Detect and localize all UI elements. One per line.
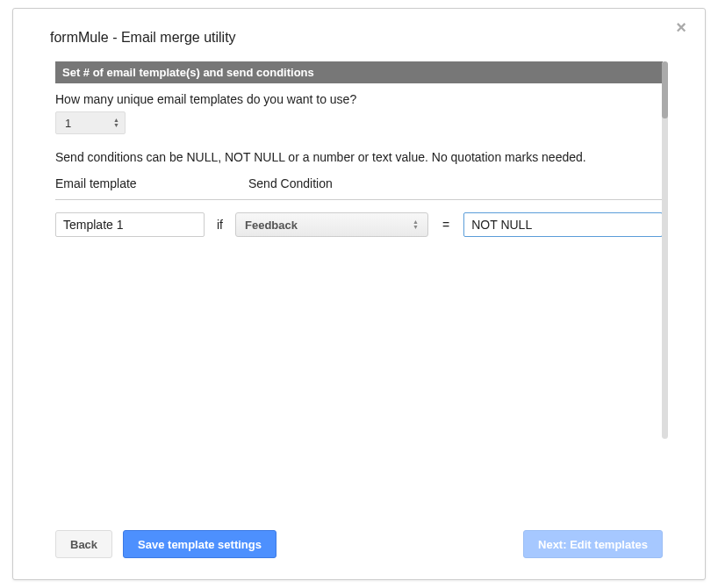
condition-value-input[interactable] [463, 212, 663, 237]
content-area: Set # of email template(s) and send cond… [55, 61, 663, 470]
column-headers: Email template Send Condition [55, 176, 663, 190]
button-row: Back Save template settings Next: Edit t… [55, 530, 663, 558]
back-button[interactable]: Back [55, 530, 112, 558]
template-row: if Feedback ▲▼ = [55, 212, 663, 237]
close-icon[interactable]: × [673, 19, 689, 35]
condition-hint: Send conditions can be NULL, NOT NULL or… [55, 150, 663, 164]
col-email-template: Email template [55, 176, 248, 190]
save-template-settings-button[interactable]: Save template settings [123, 530, 276, 558]
condition-field-select[interactable]: Feedback ▲▼ [235, 212, 428, 237]
scroll-area: Set # of email template(s) and send cond… [55, 61, 663, 470]
template-count-value: 1 [65, 117, 71, 130]
if-label: if [213, 218, 226, 232]
section-header: Set # of email template(s) and send cond… [55, 61, 663, 83]
condition-field-value: Feedback [245, 219, 298, 232]
col-send-condition: Send Condition [248, 176, 333, 190]
stepper-arrows-icon: ▲▼ [113, 118, 119, 128]
divider [55, 199, 663, 200]
select-arrows-icon: ▲▼ [413, 219, 419, 230]
next-edit-templates-button[interactable]: Next: Edit templates [523, 530, 663, 558]
dialog-container: × formMule - Email merge utility Set # o… [12, 8, 706, 580]
scrollbar[interactable] [662, 61, 668, 439]
equals-label: = [437, 218, 455, 232]
template-name-input[interactable] [55, 212, 205, 237]
dialog-title: formMule - Email merge utility [13, 9, 705, 61]
template-count-select[interactable]: 1 ▲▼ [55, 111, 126, 134]
template-count-question: How many unique email templates do you w… [55, 92, 663, 106]
scrollbar-thumb[interactable] [662, 61, 668, 118]
